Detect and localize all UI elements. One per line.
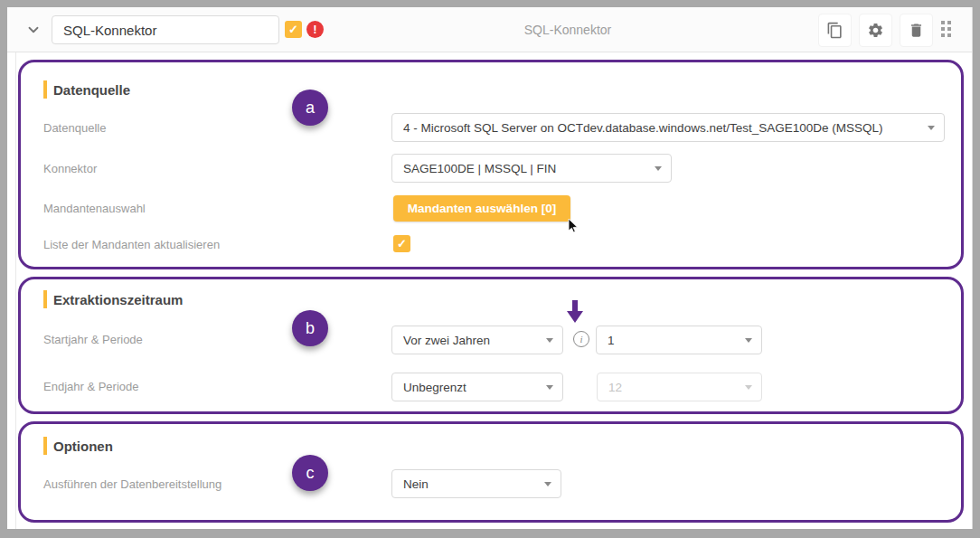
section-b-heading: Extraktionszeitraum <box>43 290 183 308</box>
section-b-title: Extraktionszeitraum <box>53 292 183 307</box>
copy-button[interactable] <box>818 14 852 47</box>
dropdown-startperiode-value: 1 <box>608 334 615 347</box>
dropdown-startperiode[interactable]: 1 <box>596 326 762 354</box>
dropdown-endjahr-value: Unbegrenzt <box>403 381 466 394</box>
dropdown-endperiode-value: 12 <box>608 381 622 394</box>
section-a-heading: Datenquelle <box>43 80 130 99</box>
chevron-down-icon <box>546 385 553 390</box>
connector-header: ✓ ! SQL-Konnektor <box>7 7 972 52</box>
heading-accent-bar <box>43 437 47 455</box>
chevron-down-icon <box>745 338 752 343</box>
dropdown-datenquelle[interactable]: 4 - Microsoft SQL Server on OCTdev.datab… <box>391 113 945 142</box>
dropdown-startjahr[interactable]: Vor zwei Jahren <box>391 326 563 354</box>
connector-title: SQL-Konnektor <box>324 23 812 37</box>
settings-button[interactable] <box>859 14 892 47</box>
heading-accent-bar <box>43 80 47 99</box>
section-a-title: Datenquelle <box>53 82 130 98</box>
section-c-heading: Optionen <box>43 437 113 455</box>
label-endjahr-periode: Endjahr & Periode <box>43 380 139 393</box>
chevron-down-icon <box>655 166 662 171</box>
label-mandantenauswahl: Mandantenauswahl <box>43 202 146 215</box>
card-left-border <box>15 7 16 529</box>
dropdown-konnektor-value: SAGE100DE | MSSQL | FIN <box>403 162 556 175</box>
chevron-down-icon <box>928 126 935 130</box>
dropdown-konnektor[interactable]: SAGE100DE | MSSQL | FIN <box>391 154 672 183</box>
dropdown-ausfuehren-value: Nein <box>403 477 429 491</box>
section-datenquelle: Datenquelle a Datenquelle 4 - Microsoft … <box>18 60 964 269</box>
label-ausfuehren-datenbereitstellung: Ausführen der Datenbereitstellung <box>43 477 221 491</box>
dropdown-startjahr-value: Vor zwei Jahren <box>403 334 490 347</box>
section-extraktionszeitraum: Extraktionszeitraum b Startjahr & Period… <box>18 277 964 414</box>
annotation-badge-c: c <box>292 455 328 491</box>
gear-icon <box>867 22 884 39</box>
connector-card: ✓ ! SQL-Konnektor Datenquelle a Dat <box>7 7 973 529</box>
dropdown-endperiode-disabled: 12 <box>597 373 762 401</box>
info-icon[interactable]: i <box>573 331 589 347</box>
mouse-cursor <box>567 218 580 234</box>
connector-name-input[interactable] <box>52 15 279 44</box>
heading-accent-bar <box>43 290 47 308</box>
dropdown-ausfuehren[interactable]: Nein <box>391 469 561 498</box>
trash-icon <box>908 22 925 39</box>
chevron-down-icon[interactable] <box>25 22 42 38</box>
annotation-badge-b: b <box>292 310 328 346</box>
mandanten-auswaehlen-button[interactable]: Mandanten auswählen [0] <box>393 195 570 222</box>
section-optionen: Optionen c Ausführen der Datenbereitstel… <box>18 421 964 523</box>
drag-handle-icon[interactable] <box>941 21 954 40</box>
copy-icon <box>826 22 843 39</box>
annotation-badge-a: a <box>292 90 328 126</box>
delete-button[interactable] <box>900 14 933 47</box>
label-liste-aktualisieren: Liste der Mandanten aktualisieren <box>43 238 220 251</box>
label-konnektor: Konnektor <box>43 162 97 175</box>
section-c-title: Optionen <box>53 439 113 454</box>
label-startjahr-periode: Startjahr & Periode <box>43 333 143 346</box>
error-icon: ! <box>306 21 324 38</box>
window-frame: ✓ ! SQL-Konnektor Datenquelle a Dat <box>0 0 980 538</box>
dropdown-datenquelle-value: 4 - Microsoft SQL Server on OCTdev.datab… <box>403 121 882 135</box>
dropdown-endjahr[interactable]: Unbegrenzt <box>391 373 563 401</box>
chevron-down-icon <box>544 482 551 486</box>
annotation-arrow-down <box>567 300 583 323</box>
chevron-down-icon <box>546 338 553 343</box>
label-datenquelle: Datenquelle <box>43 121 106 135</box>
liste-aktualisieren-checkbox[interactable]: ✓ <box>393 235 410 252</box>
chevron-down-icon <box>745 385 752 390</box>
header-checkbox[interactable]: ✓ <box>285 21 302 38</box>
